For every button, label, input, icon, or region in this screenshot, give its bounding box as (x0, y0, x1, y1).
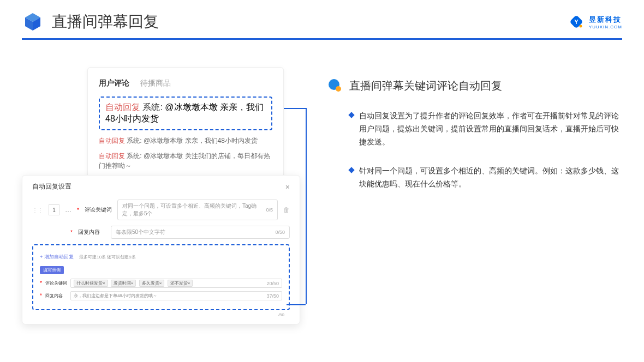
required-star: * (40, 280, 42, 286)
tag-chip[interactable]: 还不发货× (168, 280, 193, 287)
auto-reply-label: 自动回复 (105, 102, 140, 112)
tag-chip[interactable]: 发货时间× (111, 280, 136, 287)
logo-icon: Y (568, 14, 585, 30)
keyword-label: 评论关键词 (85, 206, 112, 214)
keyword-input[interactable]: 对同一个问题，可设置多个相近、高频的关键词，Tag确定，最多5个 0/5 (117, 200, 278, 220)
content-label: 回复内容 (78, 228, 105, 236)
section-title: 直播间弹幕关键词评论自动回复 (349, 79, 502, 93)
system-label: 系统: (142, 102, 162, 112)
auto-reply-label: 自动回复 (99, 137, 125, 144)
diamond-bullet-icon (348, 112, 354, 118)
more-icon[interactable]: … (65, 206, 71, 214)
ex-content-text: 亲，我们这边都是下单48小时内发货的哦～ (74, 293, 157, 299)
logo-text: 昱新科技 YUUXIN.COM (589, 15, 622, 29)
example-content-row: * 回复内容 亲，我们这边都是下单48小时内发货的哦～ 37/50 (40, 291, 282, 300)
keyword-placeholder: 对同一个问题，可设置多个相近、高频的关键词，Tag确定，最多5个 (122, 202, 266, 218)
ex-content-input[interactable]: 亲，我们这边都是下单48小时内发货的哦～ 37/50 (70, 291, 282, 300)
comment-row: 自动回复 系统: @冰墩墩本墩 亲亲，我们48小时内发货 (99, 136, 272, 146)
connector-line (284, 108, 306, 109)
ex-keyword-input[interactable]: 什么时候发货× 发货时间× 多久发货× 还不发货× 20/50 (70, 279, 282, 288)
quota-text: 最多可建10条 还可以创建9条 (79, 255, 136, 260)
tag-chip[interactable]: 多久发货× (139, 280, 165, 287)
trash-icon[interactable]: 🗑 (283, 206, 290, 214)
page-title: 直播间弹幕回复 (52, 11, 159, 32)
drag-handle-icon[interactable]: ⋮⋮ (32, 207, 43, 213)
connector-line (287, 304, 306, 305)
ex-keyword-label: 评论关键词 (45, 280, 67, 286)
cube-icon (22, 11, 44, 33)
content-placeholder: 每条限50个中文字符 (116, 228, 165, 236)
comment-text: @冰墩墩本墩 亲亲，我们48小时内发货 (144, 137, 258, 144)
form-row-content: * 回复内容 每条限50个中文字符 0/50 (70, 226, 290, 239)
brand-logo: Y 昱新科技 YUUXIN.COM (568, 14, 622, 30)
close-icon[interactable]: × (285, 183, 290, 191)
auto-reply-label: 自动回复 (99, 152, 125, 160)
content-counter: 0/50 (275, 230, 285, 235)
header-left: 直播间弹幕回复 (22, 11, 159, 33)
svg-point-5 (579, 25, 582, 28)
svg-point-7 (336, 86, 341, 92)
logo-en: YUUXIN.COM (589, 25, 622, 29)
add-auto-reply-link[interactable]: + 增加自动回复 (40, 254, 74, 260)
bullet-text: 针对同一个问题，可设置多个相近的、高频的关键词。例如：这款多少钱、这块能优惠吗、… (359, 165, 622, 191)
tab-user-comments[interactable]: 用户评论 (99, 79, 129, 88)
highlighted-comment: 自动回复 系统: @冰墩墩本墩 亲亲，我们48小时内发货 (99, 96, 272, 130)
system-label: 系统: (127, 152, 141, 160)
ex-content-counter: 37/50 (266, 293, 279, 299)
required-star: * (40, 293, 42, 299)
slide-header: 直播间弹幕回复 Y 昱新科技 YUUXIN.COM (0, 0, 644, 38)
tab-pending-products[interactable]: 待播商品 (140, 79, 171, 88)
example-keyword-row: * 评论关键词 什么时候发货× 发货时间× 多久发货× 还不发货× 20/50 (40, 279, 282, 288)
connector-line (306, 108, 307, 304)
bottom-counter: /50 (32, 312, 290, 317)
required-star: * (70, 230, 73, 236)
settings-header: 自动回复设置 × (32, 182, 290, 191)
description-panel: 直播间弹幕关键词评论自动回复 自动回复设置为了提升作者的评论回复效率，作者可在开… (327, 67, 622, 207)
ex-content-label: 回复内容 (45, 293, 67, 299)
chat-bubble-icon (327, 78, 343, 93)
section-header: 直播间弹幕关键词评论自动回复 (327, 78, 622, 93)
bullet-item: 自动回复设置为了提升作者的评论回复效率，作者可在开播前针对常见的评论用户问题，提… (349, 110, 622, 148)
system-label: 系统: (127, 137, 141, 144)
bullet-item: 针对同一个问题，可设置多个相近的、高频的关键词。例如：这款多少钱、这块能优惠吗、… (349, 165, 622, 191)
example-box: + 增加自动回复 最多可建10条 还可以创建9条 填写示例 * 评论关键词 什么… (32, 244, 290, 310)
comment-card: 用户评论 待播商品 自动回复 系统: @冰墩墩本墩 亲亲，我们48小时内发货 自… (87, 67, 284, 188)
svg-text:Y: Y (574, 19, 579, 25)
ex-tags: 什么时候发货× 发货时间× 多久发货× 还不发货× (74, 280, 194, 286)
comment-text: @冰墩墩本墩 关注我们的店铺，每日都有热门推荐呦～ (99, 152, 270, 170)
bullet-list: 自动回复设置为了提升作者的评论回复效率，作者可在开播前针对常见的评论用户问题，提… (327, 110, 622, 191)
screenshot-panel: 用户评论 待播商品 自动回复 系统: @冰墩墩本墩 亲亲，我们48小时内发货 自… (22, 67, 306, 207)
bullet-text: 自动回复设置为了提升作者的评论回复效率，作者可在开播前针对常见的评论用户问题，提… (359, 110, 622, 148)
comment-row: 自动回复 系统: @冰墩墩本墩 关注我们的店铺，每日都有热门推荐呦～ (99, 151, 272, 171)
required-star: * (77, 207, 79, 213)
example-badge: 填写示例 (40, 266, 64, 274)
form-row-keyword: ⋮⋮ 1 … * 评论关键词 对同一个问题，可设置多个相近、高频的关键词，Tag… (32, 200, 290, 220)
settings-card: 自动回复设置 × ⋮⋮ 1 … * 评论关键词 对同一个问题，可设置多个相近、高… (22, 175, 300, 324)
comment-tabs: 用户评论 待播商品 (99, 79, 272, 88)
content-input[interactable]: 每条限50个中文字符 0/50 (111, 226, 290, 239)
keyword-counter: 0/5 (266, 207, 273, 213)
tag-chip[interactable]: 什么时候发货× (74, 280, 108, 287)
logo-cn: 昱新科技 (589, 15, 622, 25)
index-badge: 1 (49, 204, 59, 215)
ex-keyword-counter: 20/50 (266, 281, 279, 286)
diamond-bullet-icon (348, 167, 354, 173)
settings-title: 自动回复设置 (32, 182, 71, 191)
